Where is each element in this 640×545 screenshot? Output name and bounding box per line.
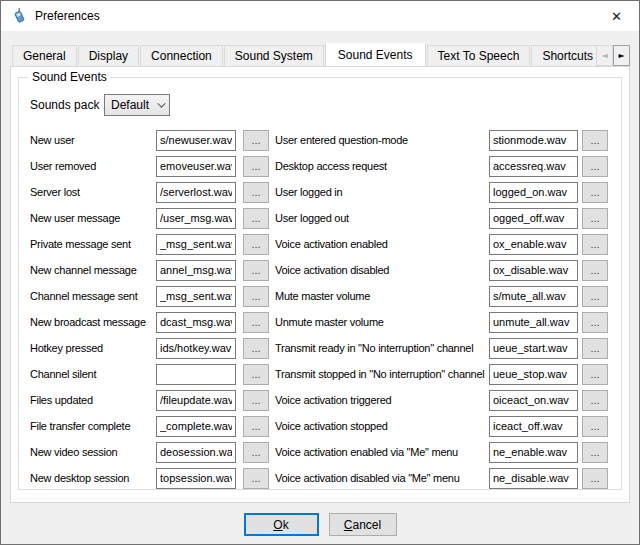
sound-file-input[interactable] [489,130,578,151]
sound-file-input[interactable] [156,208,236,229]
sound-file-input[interactable] [489,338,578,359]
browse-button[interactable]: ... [582,182,608,203]
browse-button[interactable]: ... [582,130,608,151]
sound-file-input[interactable] [489,364,578,385]
browse-button[interactable]: ... [582,364,608,385]
tab-shortcuts[interactable]: Shortcuts [531,45,604,66]
sounds-pack-select[interactable]: Default [104,94,170,116]
tab-scroll-buttons: ◄ ► [596,45,630,66]
sound-file-input[interactable] [156,234,236,255]
browse-button[interactable]: ... [243,468,269,489]
cancel-button[interactable]: Cancel [329,513,397,536]
browse-button[interactable]: ... [243,442,269,463]
sound-file-input[interactable] [156,286,236,307]
sound-file-input[interactable] [156,442,236,463]
sound-event-label: Channel message sent [30,290,156,302]
sound-event-label: User removed [30,160,156,172]
tab-sound-system[interactable]: Sound System [224,45,324,66]
sound-event-label: Mute master volume [275,290,489,302]
browse-button[interactable]: ... [243,364,269,385]
sound-file-input[interactable] [489,260,578,281]
tab-scroll-left-icon[interactable]: ◄ [596,45,613,66]
preferences-dialog: Preferences ✕ GeneralDisplayConnectionSo… [0,0,640,545]
tab-sound-events[interactable]: Sound Events [325,43,426,66]
sound-event-label: Voice activation triggered [275,394,489,406]
sound-event-label: Desktop access request [275,160,489,172]
sound-file-input[interactable] [489,390,578,411]
sound-event-label: Voice activation disabled [275,264,489,276]
tab-text-to-speech[interactable]: Text To Speech [427,45,531,66]
tab-general[interactable]: General [12,45,77,66]
sound-file-input[interactable] [156,312,236,333]
sound-file-input[interactable] [489,442,578,463]
sound-event-label: New channel message [30,264,156,276]
tab-display[interactable]: Display [78,45,139,66]
sounds-pack-value: Default [111,98,157,112]
sound-event-label: Voice activation enabled [275,238,489,250]
browse-button[interactable]: ... [582,312,608,333]
sound-file-input[interactable] [156,416,236,437]
sound-file-input[interactable] [156,182,236,203]
browse-button[interactable]: ... [582,390,608,411]
browse-button[interactable]: ... [582,442,608,463]
title-bar: Preferences ✕ [1,1,639,31]
sound-event-label: Server lost [30,186,156,198]
sound-event-row: Private message sent...Voice activation … [19,231,621,257]
browse-button[interactable]: ... [582,338,608,359]
browse-button[interactable]: ... [582,468,608,489]
sound-file-input[interactable] [489,416,578,437]
browse-button[interactable]: ... [582,416,608,437]
sound-event-label: Transmit stopped in "No interruption" ch… [275,368,489,380]
browse-button[interactable]: ... [243,156,269,177]
browse-button[interactable]: ... [243,260,269,281]
sound-file-input[interactable] [489,156,578,177]
close-icon[interactable]: ✕ [594,1,639,31]
sound-file-input[interactable] [489,208,578,229]
browse-button[interactable]: ... [243,234,269,255]
browse-button[interactable]: ... [243,416,269,437]
sound-event-label: Transmit ready in "No interruption" chan… [275,342,489,354]
sound-event-label: New broadcast message [30,316,156,328]
browse-button[interactable]: ... [582,208,608,229]
browse-button[interactable]: ... [243,338,269,359]
chevron-down-icon [157,99,165,107]
sound-event-row: New user message...User logged out... [19,205,621,231]
tab-connection[interactable]: Connection [140,45,223,66]
sound-event-row: New desktop session...Voice activation d… [19,465,621,491]
sound-event-row: Hotkey pressed...Transmit ready in "No i… [19,335,621,361]
browse-button[interactable]: ... [243,130,269,151]
sound-event-row: Server lost...User logged in... [19,179,621,205]
browse-button[interactable]: ... [243,390,269,411]
browse-button[interactable]: ... [582,156,608,177]
sound-event-row: File transfer complete...Voice activatio… [19,413,621,439]
sound-file-input[interactable] [156,338,236,359]
sound-file-input[interactable] [489,234,578,255]
sound-event-row: User removed...Desktop access request... [19,153,621,179]
sound-file-input[interactable] [156,130,236,151]
sound-event-label: File transfer complete [30,420,156,432]
sound-file-input[interactable] [156,390,236,411]
browse-button[interactable]: ... [582,260,608,281]
sounds-pack-label: Sounds pack [30,98,104,112]
sound-file-input[interactable] [156,260,236,281]
browse-button[interactable]: ... [243,208,269,229]
sound-file-input[interactable] [156,364,236,385]
sound-file-input[interactable] [156,468,236,489]
browse-button[interactable]: ... [243,182,269,203]
ok-button[interactable]: Ok [244,513,319,536]
sound-file-input[interactable] [489,312,578,333]
footer: Ok Cancel [1,503,639,545]
browse-button[interactable]: ... [582,234,608,255]
sound-event-label: User logged in [275,186,489,198]
sound-file-input[interactable] [156,156,236,177]
browse-button[interactable]: ... [243,286,269,307]
sound-event-label: Voice activation disabled via "Me" menu [275,472,489,484]
sound-event-label: Voice activation enabled via "Me" menu [275,446,489,458]
tab-scroll-right-icon[interactable]: ► [613,45,630,66]
browse-button[interactable]: ... [582,286,608,307]
sound-file-input[interactable] [489,182,578,203]
browse-button[interactable]: ... [243,312,269,333]
sound-event-label: New user message [30,212,156,224]
sound-file-input[interactable] [489,468,578,489]
sound-file-input[interactable] [489,286,578,307]
